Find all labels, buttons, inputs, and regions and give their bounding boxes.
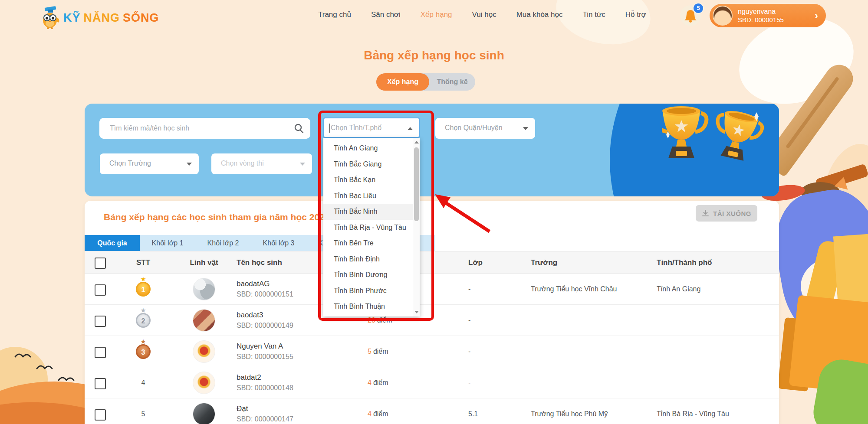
- province-option[interactable]: Tỉnh Bình Thuận: [323, 299, 413, 315]
- student-cell: ĐạtSBD: 0000000147: [237, 404, 293, 424]
- mascot-avatar-icon: [193, 372, 215, 394]
- nav-item[interactable]: Trang chủ: [318, 10, 351, 19]
- province-option[interactable]: Tỉnh An Giang: [323, 140, 413, 157]
- district-select[interactable]: Chọn Quận/Huyện: [435, 118, 535, 139]
- page-title: Bảng xếp hạng học sinh: [0, 49, 868, 62]
- student-name: baodatAG: [237, 279, 293, 290]
- gold-medal-icon: ★1: [135, 277, 152, 300]
- nav-item[interactable]: Hỗ trợ: [625, 10, 646, 19]
- search-icon: [294, 123, 304, 134]
- dropdown-scrollbar[interactable]: [413, 138, 420, 316]
- table-row: ★2baodat3SBD: 000000014920điểm-: [85, 305, 779, 336]
- table-row: 5ĐạtSBD: 00000001474điểm5.1Trường Tiểu h…: [85, 398, 779, 424]
- col-stt: STT: [130, 251, 156, 274]
- student-sbd: SBD: 0000000155: [237, 352, 293, 362]
- row-checkbox[interactable]: [95, 284, 106, 296]
- chevron-down-icon: [523, 127, 528, 130]
- rank-medal: ★3: [130, 339, 156, 364]
- school-cell: Trường Tiểu học Phú Mỹ: [531, 410, 608, 418]
- chevron-down-icon: [187, 163, 192, 166]
- class-cell: -: [468, 285, 470, 293]
- nav-item[interactable]: Xếp hạng: [421, 10, 452, 19]
- province-option-list: Tỉnh An GiangTỉnh Bắc GiangTỉnh Bắc KạnT…: [323, 140, 413, 315]
- points-cell: 4điểm: [368, 410, 388, 418]
- table-row: ★1baodatAGSBD: 0000000151-Trường Tiểu họ…: [85, 274, 779, 305]
- student-search: [99, 118, 310, 139]
- row-checkbox[interactable]: [95, 347, 106, 358]
- bronze-medal-icon: ★3: [135, 339, 152, 362]
- mascot-avatar: [193, 372, 215, 394]
- chevron-down-icon: [300, 163, 305, 166]
- province-option[interactable]: Tỉnh Bạc Liêu: [323, 188, 413, 204]
- top-nav: KỸNĂNGSỐNG Trang chủSân chơiXếp hạngVui …: [0, 0, 868, 30]
- student-sbd: SBD: 0000000151: [237, 289, 293, 299]
- scrollbar-thumb[interactable]: [414, 147, 419, 221]
- province-option[interactable]: Tỉnh Bình Định: [323, 251, 413, 267]
- province-cell: Tỉnh An Giang: [657, 285, 700, 293]
- nav-item[interactable]: Sân chơi: [371, 10, 401, 19]
- student-sbd: SBD: 0000000147: [237, 414, 293, 424]
- province-option[interactable]: Tỉnh Bà Rịa - Vũng Tàu: [323, 220, 413, 236]
- student-name: Đạt: [237, 404, 293, 414]
- scroll-down-icon[interactable]: [414, 311, 419, 313]
- board-caption: Bảng xếp hạng các học sinh tham gia năm …: [104, 212, 329, 222]
- school-cell: Trường Tiểu học Vĩnh Châu: [531, 285, 617, 293]
- points-cell: 4điểm: [368, 379, 388, 387]
- province-cell: Tỉnh Bà Rịa - Vũng Tàu: [657, 410, 729, 418]
- row-checkbox[interactable]: [95, 316, 106, 327]
- silver-medal-icon: ★2: [135, 308, 152, 331]
- scroll-up-icon[interactable]: [414, 141, 419, 144]
- birds-illustration: [13, 349, 82, 388]
- select-all-checkbox[interactable]: [95, 258, 106, 269]
- rank-medal: ★2: [130, 308, 156, 333]
- grade-tab[interactable]: Quốc gia: [85, 235, 140, 251]
- grade-tab[interactable]: Khối lớp 1: [140, 235, 195, 251]
- mascot-avatar: [193, 340, 215, 363]
- nav-item[interactable]: Mua khóa học: [516, 10, 563, 19]
- province-option[interactable]: Tỉnh Bình Phước: [323, 283, 413, 299]
- school-select[interactable]: Chọn Trường: [100, 153, 199, 174]
- brand-name: KỸNĂNGSỐNG: [63, 11, 159, 25]
- rank-number: 4: [130, 379, 156, 387]
- tab-ranking[interactable]: Xếp hạng: [376, 73, 429, 91]
- user-sbd: SBD: 00000155: [738, 16, 784, 24]
- col-ten-hoc-sinh: Tên học sinh: [237, 251, 282, 274]
- cat-avatar-icon: [193, 278, 215, 300]
- brand-logo[interactable]: KỸNĂNGSỐNG: [40, 6, 159, 29]
- student-name: Nguyen Van A: [237, 341, 293, 352]
- rank-number: 5: [130, 410, 156, 418]
- student-cell: Nguyen Van ASBD: 0000000155: [237, 341, 293, 362]
- nav-item[interactable]: Tin tức: [582, 10, 605, 19]
- mascot-avatar-icon: [193, 340, 215, 363]
- table-header: STT Linh vật Tên học sinh Lớp Trường Tỉn…: [85, 251, 779, 274]
- province-option[interactable]: Tỉnh Bắc Kạn: [323, 172, 413, 188]
- search-input[interactable]: [99, 118, 310, 139]
- user-name: nguyenvana: [738, 7, 784, 16]
- student-cell: baodat3SBD: 0000000149: [237, 310, 293, 331]
- province-option[interactable]: Tỉnh Bắc Ninh: [323, 204, 413, 220]
- province-select[interactable]: Chọn Tỉnh/T.phố: [323, 117, 420, 138]
- chevron-up-icon: [408, 127, 413, 130]
- dark-avatar-icon: [193, 403, 215, 424]
- download-icon: [702, 210, 709, 217]
- page: KỸNĂNGSỐNG Trang chủSân chơiXếp hạngVui …: [0, 0, 868, 424]
- download-button[interactable]: TẢI XUỐNG: [696, 205, 757, 222]
- tab-statistics[interactable]: Thống kê: [429, 73, 475, 91]
- mascot-avatar: [193, 403, 215, 424]
- nav-item[interactable]: Vui học: [472, 10, 496, 19]
- class-cell: -: [468, 379, 470, 387]
- province-option[interactable]: Tỉnh Bắc Giang: [323, 157, 413, 173]
- user-menu[interactable]: nguyenvana SBD: 00000155 ›: [710, 4, 826, 27]
- col-lop: Lớp: [468, 251, 483, 274]
- row-checkbox[interactable]: [95, 409, 106, 421]
- province-option[interactable]: Tỉnh Bình Dương: [323, 267, 413, 283]
- table-row: 4batdat2SBD: 00000001484điểm-: [85, 367, 779, 398]
- row-checkbox[interactable]: [95, 378, 106, 389]
- grade-tab[interactable]: Khối lớp 3: [251, 235, 306, 251]
- province-option[interactable]: Tỉnh Bến Tre: [323, 235, 413, 251]
- grade-tab[interactable]: Khối lớp 2: [195, 235, 251, 251]
- student-sbd: SBD: 0000000148: [237, 383, 293, 393]
- round-select[interactable]: Chọn vòng thi: [211, 153, 312, 174]
- collage-avatar-icon: [193, 309, 215, 332]
- class-cell: -: [468, 316, 470, 324]
